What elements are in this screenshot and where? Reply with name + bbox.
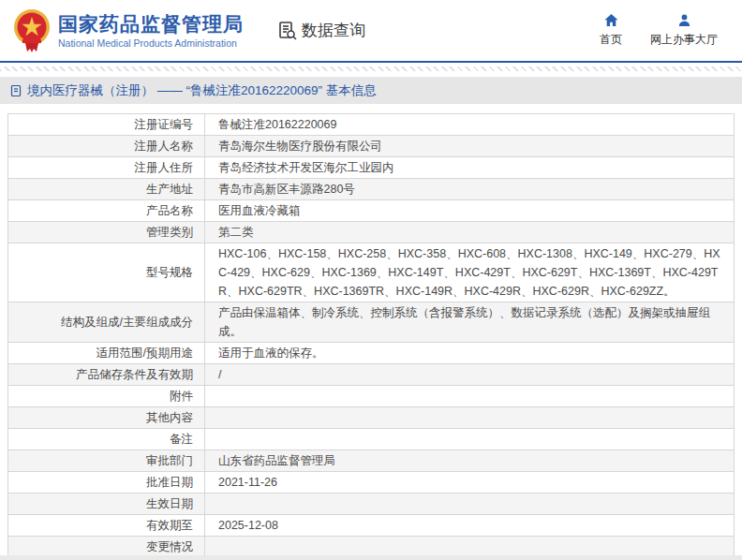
row-value: 青岛经济技术开发区海尔工业园内 bbox=[218, 161, 394, 174]
row-value: 2025-12-08 bbox=[218, 519, 278, 532]
row-label: 其他内容 bbox=[146, 411, 193, 424]
table-row: 生产地址 青岛市高新区丰源路280号 bbox=[8, 179, 735, 200]
nav-service-hall[interactable]: 网上办事大厅 bbox=[650, 13, 718, 48]
row-value: 2021-11-26 bbox=[218, 476, 277, 489]
row-label: 变更情况 bbox=[146, 540, 193, 553]
row-value: 青岛市高新区丰源路280号 bbox=[218, 183, 355, 196]
nav-home-label: 首页 bbox=[600, 32, 622, 48]
site-title: 国家药品监督管理局 bbox=[58, 13, 244, 36]
row-label: 结构及组成/主要组成成分 bbox=[61, 316, 193, 329]
breadcrumb: 境内医疗器械（注册） —— “鲁械注准20162220069” 基本信息 bbox=[0, 77, 742, 104]
row-value: 鲁械注准20162220069 bbox=[218, 118, 336, 131]
row-value: HXC-106、HXC-158、HXC-258、HXC-358、HXC-608、… bbox=[218, 247, 720, 298]
row-label: 审批部门 bbox=[146, 454, 193, 467]
row-label: 注册人名称 bbox=[135, 140, 194, 153]
row-value: 山东省药品监督管理局 bbox=[218, 454, 335, 467]
site-title-en: National Medical Products Administration bbox=[58, 37, 244, 49]
footer-strip bbox=[0, 555, 742, 560]
table-row: 生效日期 bbox=[8, 494, 735, 515]
nav-service-hall-label: 网上办事大厅 bbox=[650, 32, 718, 48]
person-icon bbox=[676, 13, 692, 28]
row-label: 型号规格 bbox=[146, 266, 193, 279]
table-row: 其他内容 bbox=[8, 407, 735, 429]
top-nav: 首页 网上办事大厅 bbox=[600, 13, 718, 48]
registration-info-table: 注册证编号 鲁械注准20162220069 注册人名称 青岛海尔生物医疗股份有限… bbox=[7, 113, 735, 560]
national-emblem-icon bbox=[13, 8, 51, 53]
row-value: 医用血液冷藏箱 bbox=[218, 204, 301, 217]
nav-home[interactable]: 首页 bbox=[600, 13, 622, 48]
table-row: 型号规格 HXC-106、HXC-158、HXC-258、HXC-358、HXC… bbox=[8, 243, 735, 302]
breadcrumb-text: 境内医疗器械（注册） —— “鲁械注准20162220069” 基本信息 bbox=[27, 82, 377, 99]
doc-search-icon bbox=[277, 21, 298, 41]
table-row: 注册人住所 青岛经济技术开发区海尔工业园内 bbox=[8, 157, 735, 179]
table-row: 管理类别 第二类 bbox=[8, 222, 735, 243]
table-row: 批准日期 2021-11-26 bbox=[8, 472, 735, 494]
row-label: 产品名称 bbox=[146, 204, 193, 217]
row-value: 产品由保温箱体、制冷系统、控制系统（含报警系统）、数据记录系统（选配）及搁架或抽… bbox=[218, 306, 710, 338]
row-label: 备注 bbox=[170, 433, 193, 446]
home-icon bbox=[603, 13, 619, 28]
row-label: 有效期至 bbox=[146, 519, 193, 532]
row-label: 管理类别 bbox=[146, 226, 193, 239]
table-row: 附件 bbox=[8, 386, 735, 407]
table-row: 产品储存条件及有效期 / bbox=[8, 364, 735, 386]
row-label: 注册证编号 bbox=[135, 118, 194, 131]
row-value: 第二类 bbox=[218, 226, 254, 239]
data-query-label: 数据查询 bbox=[302, 20, 365, 41]
site-brand: 国家药品监督管理局 National Medical Products Admi… bbox=[58, 13, 244, 49]
row-label: 注册人住所 bbox=[135, 161, 194, 174]
table-row: 结构及组成/主要组成成分 产品由保温箱体、制冷系统、控制系统（含报警系统）、数据… bbox=[8, 302, 735, 343]
table-row: 备注 bbox=[8, 429, 735, 450]
row-label: 生效日期 bbox=[146, 497, 193, 510]
site-header: 国家药品监督管理局 National Medical Products Admi… bbox=[0, 0, 742, 63]
table-row: 产品名称 医用血液冷藏箱 bbox=[8, 200, 735, 222]
hatched-divider bbox=[0, 66, 742, 71]
table-row: 注册证编号 鲁械注准20162220069 bbox=[8, 114, 735, 136]
table-row: 适用范围/预期用途 适用于血液的保存。 bbox=[8, 343, 735, 364]
row-value: 青岛海尔生物医疗股份有限公司 bbox=[218, 140, 382, 153]
row-label: 产品储存条件及有效期 bbox=[76, 368, 193, 381]
row-label: 生产地址 bbox=[146, 183, 193, 196]
row-value: / bbox=[218, 368, 221, 381]
table-row: 审批部门 山东省药品监督管理局 bbox=[8, 450, 735, 472]
row-label: 适用范围/预期用途 bbox=[96, 346, 193, 360]
document-icon bbox=[9, 84, 22, 97]
info-table-body: 注册证编号 鲁械注准20162220069 注册人名称 青岛海尔生物医疗股份有限… bbox=[8, 114, 735, 560]
table-row: 有效期至 2025-12-08 bbox=[8, 515, 735, 537]
table-row: 注册人名称 青岛海尔生物医疗股份有限公司 bbox=[8, 136, 735, 157]
row-value: 适用于血液的保存。 bbox=[218, 346, 324, 360]
row-label: 批准日期 bbox=[146, 476, 193, 489]
data-query-section[interactable]: 数据查询 bbox=[277, 20, 365, 41]
row-label: 附件 bbox=[170, 390, 193, 403]
